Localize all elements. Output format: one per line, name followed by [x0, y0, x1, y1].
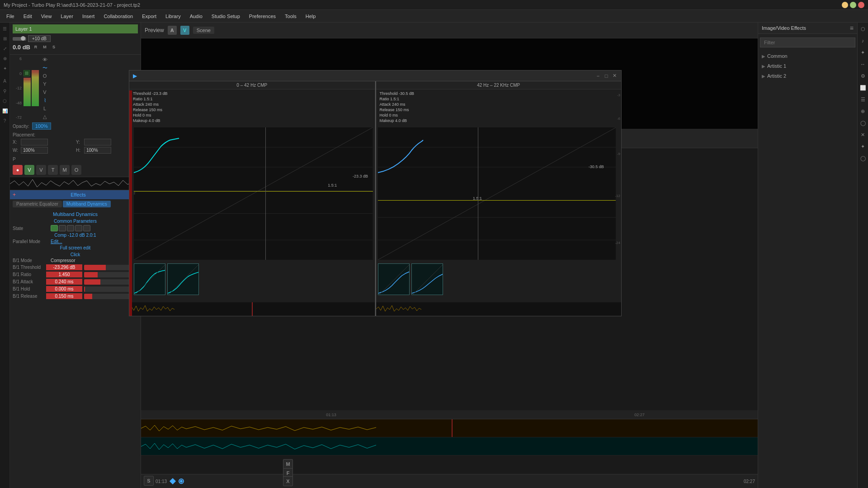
b1-threshold-value[interactable]: -23.296 dB [46, 264, 82, 270]
tool-btn-m[interactable]: M [60, 165, 70, 175]
eye-icon[interactable]: 👁 [42, 56, 48, 63]
state-label: State [13, 226, 49, 231]
menu-layer[interactable]: Layer [56, 12, 78, 21]
menu-help[interactable]: Help [301, 12, 321, 21]
left-icon-2[interactable]: ⊞ [1, 34, 9, 42]
letter-o-icon[interactable]: O [42, 73, 48, 79]
menu-library[interactable]: Library [161, 12, 185, 21]
edit-link[interactable]: Edit... [51, 239, 62, 244]
w-input[interactable] [21, 147, 48, 154]
left-icon-8[interactable]: ⬡ [1, 97, 9, 105]
effects-plus-btn[interactable]: + [13, 192, 16, 198]
left-icon-10[interactable]: ? [1, 117, 9, 125]
letter-l-icon[interactable]: L [42, 105, 48, 112]
left-icon-6[interactable]: A [1, 77, 9, 85]
b1-attack-value[interactable]: 0.240 ms [46, 279, 82, 285]
state-btn-3[interactable] [67, 225, 74, 231]
menu-tools[interactable]: Tools [280, 12, 301, 21]
fx-cat-header-artistic1[interactable]: ▶ Artistic 1 [760, 62, 855, 70]
menu-collaboration[interactable]: Collaboration [99, 12, 137, 21]
menu-studio-setup[interactable]: Studio Setup [207, 12, 245, 21]
menu-preferences[interactable]: Preferences [245, 12, 280, 21]
right-icon-7[interactable]: ☰ [859, 95, 868, 104]
band2-thumb-1[interactable] [378, 263, 410, 295]
r-button[interactable]: R [32, 43, 39, 51]
right-icon-10[interactable]: ✕ [859, 130, 868, 139]
menu-audio[interactable]: Audio [185, 12, 207, 21]
right-icon-8[interactable]: ⊕ [859, 107, 868, 116]
right-icon-3[interactable]: ✦ [859, 48, 868, 57]
menu-edit[interactable]: Edit [19, 12, 37, 21]
b1-mode-label: B/1 Mode [13, 258, 49, 263]
right-icon-2[interactable]: ♪ [859, 36, 868, 45]
mbd-maximize-btn[interactable]: □ [603, 73, 609, 79]
mbd-minimize-btn[interactable]: − [595, 73, 601, 79]
close-button[interactable] [858, 2, 864, 8]
left-icon-3[interactable]: ⤢ [1, 44, 9, 52]
tool-btn-red[interactable]: ● [13, 165, 23, 175]
left-icon-7[interactable]: ⚲ [1, 87, 9, 95]
triangle-icon[interactable]: △ [42, 113, 48, 120]
y-input[interactable] [84, 139, 111, 145]
b1-release-value[interactable]: 0.150 ms [46, 293, 82, 299]
state-btn-2[interactable] [59, 225, 66, 231]
band2-thumb-2[interactable] [411, 263, 443, 295]
menu-export[interactable]: Export [137, 12, 161, 21]
band1-thumb-2[interactable] [167, 263, 199, 295]
smfx-m-btn[interactable]: M [283, 459, 293, 469]
b1-hold-value[interactable]: 0.000 ms [46, 286, 82, 292]
letter-y-icon[interactable]: Y [42, 81, 48, 87]
fx-cat-header-common[interactable]: ▶ Common [760, 52, 855, 60]
fullscreen-link[interactable]: Full screen edit [13, 245, 138, 250]
filter-input[interactable] [760, 38, 855, 47]
left-icon-1[interactable]: ☰ [1, 24, 9, 33]
x-input[interactable] [21, 139, 48, 145]
right-icon-6[interactable]: ⬜ [859, 83, 868, 92]
tab-parametric-eq[interactable]: Parametric Equalizer [13, 201, 62, 207]
band1-thumb-1[interactable] [141, 263, 165, 295]
playhead-diamond[interactable] [170, 478, 176, 484]
state-btn-1[interactable] [51, 225, 58, 231]
left-icon-9[interactable]: 📊 [1, 107, 9, 115]
smfx-s-btn[interactable]: S [144, 476, 154, 486]
right-icon-5[interactable]: ⚙ [859, 71, 868, 80]
minimize-button[interactable] [842, 2, 848, 8]
tab-multiband-dynamics[interactable]: Multiband Dynamics [63, 201, 111, 207]
tool-btn-t[interactable]: T [48, 165, 58, 175]
menu-view[interactable]: View [37, 12, 57, 21]
band1-hold: Hold 0 ms [141, 113, 371, 117]
b1-ratio-value[interactable]: 1.450 [46, 272, 82, 277]
h-input[interactable] [84, 147, 111, 154]
opacity-label: Opacity: [13, 124, 29, 129]
mbd-close-btn[interactable]: ✕ [611, 73, 618, 79]
hamburger-button[interactable]: ≡ [850, 24, 854, 32]
maximize-button[interactable] [850, 2, 856, 8]
tool-btn-v2[interactable]: V [36, 165, 46, 175]
s-button[interactable]: S [50, 43, 57, 51]
click-link[interactable]: Click [71, 252, 80, 257]
letter-v-icon[interactable]: V [42, 89, 48, 95]
opacity-value[interactable]: 100% [32, 122, 51, 130]
right-icon-9[interactable]: ◯ [859, 118, 868, 127]
left-icon-5[interactable]: ✦ [1, 64, 9, 72]
menu-insert[interactable]: Insert [78, 12, 99, 21]
v-button[interactable]: V [180, 26, 189, 35]
tool-btn-o[interactable]: O [71, 165, 81, 175]
state-btn-4[interactable] [75, 225, 82, 231]
tool-btn-v[interactable]: V [24, 165, 34, 175]
scene-button[interactable]: Scene [193, 27, 214, 34]
right-icon-4[interactable]: ↔ [859, 60, 868, 69]
right-icon-11[interactable]: ✦ [859, 142, 868, 151]
right-icon-12[interactable]: ◯ [859, 154, 868, 163]
left-icon-4[interactable]: ⊕ [1, 54, 9, 62]
smfx-x-btn[interactable]: X [283, 476, 293, 486]
fx-cat-header-artistic2[interactable]: ▶ Artistic 2 [760, 72, 855, 80]
state-btn-5[interactable] [83, 225, 90, 231]
playhead-circle[interactable] [179, 479, 184, 484]
right-icon-1[interactable]: ⬡ [859, 24, 868, 33]
m-button[interactable]: M [41, 43, 48, 51]
curve-icon[interactable]: ⌇ [42, 97, 48, 103]
a-button[interactable]: A [168, 26, 177, 35]
wave-icon[interactable]: 〜 [42, 65, 48, 71]
menu-file[interactable]: File [2, 12, 19, 21]
